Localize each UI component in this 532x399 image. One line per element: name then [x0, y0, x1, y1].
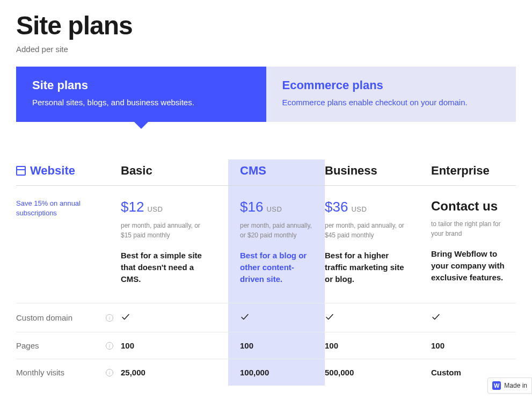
plan-basic-header: Basic: [121, 159, 228, 185]
plan-cms-price-block: $16 USD per month, paid annually, or $20…: [228, 186, 325, 303]
feature-custom-domain-basic: [121, 303, 228, 332]
feature-pages-business: 100: [325, 332, 431, 359]
feature-monthly-visits-business: 500,000: [325, 359, 431, 386]
feature-pages-row: Pages i 100 100 100 100: [16, 332, 516, 359]
tab-ecommerce-desc: Ecommerce plans enable checkout on your …: [282, 97, 500, 108]
plan-business-price: $36: [325, 199, 348, 215]
page-subtitle: Added per site: [16, 45, 516, 54]
page-title: Site plans: [16, 11, 516, 40]
plan-enterprise-note: to tailor the right plan for your brand: [431, 219, 508, 238]
plan-business-currency: USD: [351, 205, 367, 213]
made-in-label: Made in: [504, 382, 527, 386]
feature-pages-basic: 100: [121, 332, 228, 359]
plan-enterprise-price-block: Contact us to tailor the right plan for …: [431, 186, 516, 303]
info-icon[interactable]: i: [106, 314, 113, 322]
tab-active-marker: [134, 121, 149, 129]
plan-enterprise-header: Enterprise: [431, 159, 516, 185]
feature-monthly-visits-label: Monthly visits i: [16, 359, 121, 386]
plan-business-header: Business: [325, 159, 431, 185]
tab-ecommerce-plans[interactable]: Ecommerce plans Ecommerce plans enable c…: [266, 67, 516, 122]
tab-site-plans-desc: Personal sites, blogs, and business webs…: [32, 97, 250, 108]
feature-pages-cms: 100: [228, 332, 325, 359]
plan-cms-note: per month, paid annually, or $20 paid mo…: [240, 221, 313, 240]
feature-custom-domain-row: Custom domain i: [16, 303, 516, 332]
feature-custom-domain-enterprise: [431, 303, 516, 332]
feature-monthly-visits-row: Monthly visits i 25,000 100,000 500,000 …: [16, 359, 516, 386]
plan-basic-currency: USD: [147, 205, 163, 213]
plan-header-row: Website Basic CMS Business Enterprise: [16, 159, 516, 186]
plan-basic-tagline: Best for a simple site that doesn't need…: [121, 250, 209, 285]
plan-basic-price-block: $12 USD per month, paid annually, or $15…: [121, 186, 228, 303]
plan-enterprise-tagline: Bring Webflow to your company with exclu…: [431, 248, 508, 283]
feature-pages-enterprise: 100: [431, 332, 516, 359]
annual-savings-note[interactable]: Save 15% on annual subscriptions: [16, 186, 121, 303]
plan-cms-tagline: Best for a blog or other content-driven …: [240, 250, 313, 285]
tab-ecommerce-title: Ecommerce plans: [282, 78, 500, 92]
plan-basic-note: per month, paid annually, or $15 paid mo…: [121, 221, 207, 240]
check-icon: [121, 314, 130, 323]
pricing-row: Save 15% on annual subscriptions $12 USD…: [16, 186, 516, 303]
feature-custom-domain-cms: [228, 303, 325, 332]
check-icon: [240, 314, 250, 323]
plan-cms-currency: USD: [266, 205, 282, 213]
info-icon[interactable]: i: [106, 369, 113, 376]
plan-business-price-block: $36 USD per month, paid annually, or $45…: [325, 186, 431, 303]
category-label: Website: [30, 164, 75, 178]
check-icon: [325, 314, 334, 323]
plan-cms-header: CMS: [228, 159, 325, 185]
info-icon[interactable]: i: [106, 342, 113, 350]
plan-enterprise-contact[interactable]: Contact us: [431, 199, 508, 214]
made-in-badge[interactable]: W Made in: [487, 378, 532, 386]
feature-custom-domain-label: Custom domain i: [16, 303, 121, 332]
website-icon: [16, 166, 26, 176]
feature-monthly-visits-cms: 100,000: [228, 359, 325, 386]
category-header: Website: [16, 159, 121, 185]
check-icon: [431, 314, 441, 323]
webflow-icon: W: [492, 381, 501, 386]
plan-tabs: Site plans Personal sites, blogs, and bu…: [16, 67, 516, 122]
tab-site-plans[interactable]: Site plans Personal sites, blogs, and bu…: [16, 67, 266, 122]
plan-business-note: per month, paid annually, or $45 paid mo…: [325, 221, 411, 240]
plan-cms-price: $16: [240, 199, 263, 215]
plan-business-tagline: Best for a higher traffic marketing site…: [325, 250, 413, 285]
plan-basic-price: $12: [121, 199, 144, 215]
feature-pages-label: Pages i: [16, 332, 121, 359]
feature-monthly-visits-basic: 25,000: [121, 359, 228, 386]
tab-site-plans-title: Site plans: [32, 78, 250, 92]
feature-custom-domain-business: [325, 303, 431, 332]
